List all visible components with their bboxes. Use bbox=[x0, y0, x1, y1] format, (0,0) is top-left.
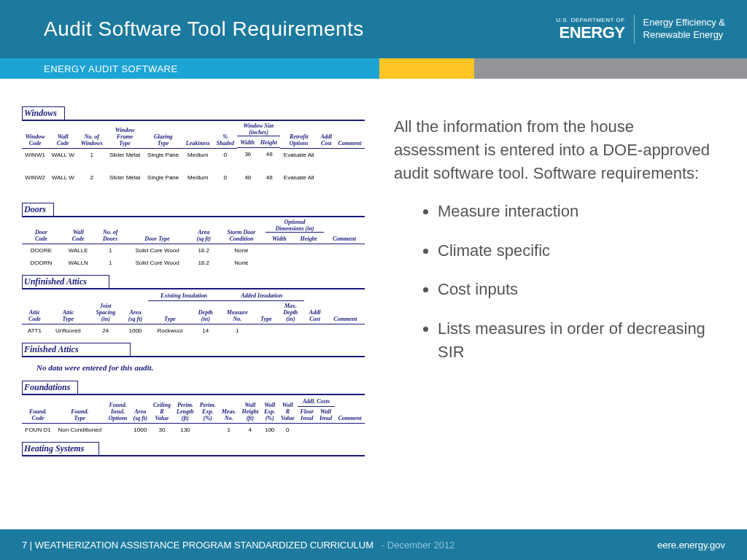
logo-subtext: U.S. DEPARTMENT OF bbox=[556, 17, 624, 23]
table-row: FOUN D1Non Conditioned100030130141000 bbox=[22, 424, 365, 437]
intro-paragraph: All the information from the house asses… bbox=[394, 115, 718, 185]
footer: 7 | WEATHERIZATION ASSISTANCE PROGRAM ST… bbox=[0, 529, 747, 560]
subheader-yellow bbox=[379, 58, 474, 79]
logo-main: ENERGY bbox=[556, 23, 624, 42]
subheader-label: ENERGY AUDIT SOFTWARE bbox=[0, 58, 379, 79]
list-item: Lists measures in order of decreasing SI… bbox=[438, 317, 718, 364]
windows-table: WindowCodeWallCodeNo. ofWindowsWindowFra… bbox=[22, 122, 365, 184]
uattics-table: AtticCodeAtticTypeJoistSpacing(in)Area(s… bbox=[22, 291, 365, 337]
list-item: Climate specific bbox=[438, 239, 718, 262]
doors-table: DoorCodeWallCodeNo. ofDoorsDoor TypeArea… bbox=[22, 219, 365, 270]
body-text: All the information from the house asses… bbox=[372, 79, 747, 529]
subheader-gray bbox=[474, 58, 747, 79]
requirements-list: Measure interaction Climate specific Cos… bbox=[394, 200, 718, 364]
table-row: DOOREWALLE1Solid Core Wood18.2None bbox=[22, 244, 365, 257]
tagline-2: Renewable Energy bbox=[643, 29, 725, 42]
logo-divider bbox=[634, 15, 635, 44]
no-data-message: No data were entered for this audit. bbox=[36, 363, 365, 372]
page-number: 7 bbox=[22, 540, 27, 551]
section-doors: Doors bbox=[22, 203, 54, 217]
section-windows: Windows bbox=[22, 106, 65, 121]
subheader: ENERGY AUDIT SOFTWARE bbox=[0, 58, 747, 79]
section-foundations: Foundations bbox=[22, 381, 78, 395]
footer-program: WEATHERIZATION ASSISTANCE PROGRAM STANDA… bbox=[35, 540, 374, 551]
tagline-1: Energy Efficiency & bbox=[643, 17, 725, 29]
section-finished-attics: Finished Attics bbox=[22, 343, 131, 357]
section-heating: Heating Systems bbox=[22, 442, 99, 456]
page-title: Audit Software Tool Requirements bbox=[44, 18, 556, 41]
header: Audit Software Tool Requirements U.S. DE… bbox=[0, 0, 747, 58]
table-row: DOORNWALLN1Solid Core Wood18.2None bbox=[22, 257, 365, 269]
report-panel: Windows WindowCodeWallCodeNo. ofWindowsW… bbox=[0, 79, 372, 529]
logo-block: U.S. DEPARTMENT OF ENERGY Energy Efficie… bbox=[556, 15, 725, 44]
section-unfinished-attics: Unfinished Attics bbox=[22, 275, 109, 289]
footer-date: December 2012 bbox=[387, 540, 455, 551]
foundations-table: Found.CodeFound.TypeFound.Insul.OptionsA… bbox=[22, 397, 365, 436]
table-row: WINW1WALL W1Slider MetalSingle PaneMediu… bbox=[22, 148, 365, 161]
footer-url: eere.energy.gov bbox=[657, 540, 725, 551]
table-row: ATT1Unfloored241000Rockwool141 bbox=[22, 324, 365, 338]
list-item: Cost inputs bbox=[438, 278, 718, 301]
table-row: WINW2WALL W2Slider MetalSingle PaneMediu… bbox=[22, 171, 365, 184]
list-item: Measure interaction bbox=[438, 200, 718, 223]
